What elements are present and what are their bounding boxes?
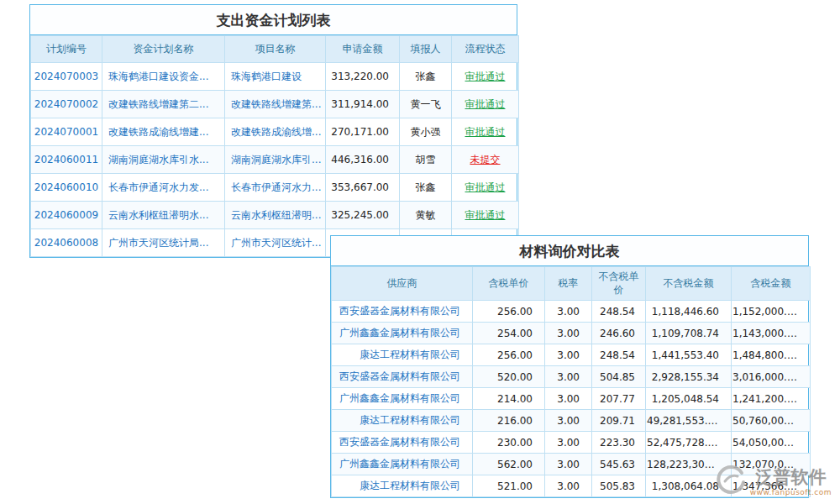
- amount-tax-cell: 50,760,000.00: [732, 410, 811, 432]
- project-name-cell[interactable]: 珠海鹤港口建设: [225, 63, 326, 91]
- tax-rate-cell: 3.00: [545, 432, 592, 454]
- supplier-cell[interactable]: 康达工程材料有限公司: [332, 475, 473, 497]
- plan-id-cell[interactable]: 2024070001: [31, 118, 102, 146]
- plan-table-row: 2024070001 改建铁路成渝线增建... 改建铁路成渝线增... 270,…: [31, 118, 519, 146]
- amount-no-tax-cell: 1,118,446.60: [646, 301, 732, 323]
- quote-table-row: 康达工程材料有限公司 256.00 3.00 248.54 1,441,553.…: [332, 344, 811, 366]
- price-tax-cell: 256.00: [473, 344, 545, 366]
- plan-id-cell[interactable]: 2024060010: [31, 174, 102, 202]
- amount-tax-cell: 1,484,800.00: [732, 344, 811, 366]
- plan-table-row: 2024070003 珠海鹤港口建设资金... 珠海鹤港口建设 313,220.…: [31, 63, 519, 91]
- plan-id-cell[interactable]: 2024070002: [31, 91, 102, 118]
- plan-col-header: 流程状态: [452, 36, 519, 63]
- plan-table: 计划编号资金计划名称项目名称申请金额填报人流程状态 2024070003 珠海鹤…: [30, 35, 519, 257]
- plan-table-header-row: 计划编号资金计划名称项目名称申请金额填报人流程状态: [31, 36, 519, 63]
- amount-tax-cell: 1,152,000.00: [732, 301, 811, 323]
- supplier-cell[interactable]: 广州鑫鑫金属材料有限公司: [332, 388, 473, 410]
- amount-tax-cell: 1,241,200.00: [732, 388, 811, 410]
- reporter-cell: 黄一飞: [400, 91, 452, 118]
- price-tax-cell: 562.00: [473, 454, 545, 475]
- price-tax-cell: 216.00: [473, 410, 545, 432]
- reporter-cell: 胡雪: [400, 146, 452, 174]
- project-name-cell[interactable]: 云南水利枢纽潜明...: [225, 202, 326, 229]
- plan-id-cell[interactable]: 2024060009: [31, 202, 102, 229]
- price-tax-cell: 520.00: [473, 366, 545, 388]
- amount-no-tax-cell: 52,475,728.16: [646, 432, 732, 454]
- plan-name-cell[interactable]: 改建铁路成渝线增建...: [102, 118, 225, 146]
- status-cell[interactable]: 审批通过: [452, 91, 519, 118]
- plan-table-card: 支出资金计划列表 计划编号资金计划名称项目名称申请金额填报人流程状态 20240…: [29, 4, 517, 258]
- amount-no-tax-cell: 2,928,155.34: [646, 366, 732, 388]
- price-tax-cell: 214.00: [473, 388, 545, 410]
- tax-rate-cell: 3.00: [545, 475, 592, 497]
- status-cell[interactable]: 审批通过: [452, 63, 519, 91]
- amount-tax-cell: 3,016,000.00: [732, 366, 811, 388]
- status-cell[interactable]: 未提交: [452, 146, 519, 174]
- plan-table-row: 2024060011 湖南洞庭湖水库引水... 湖南洞庭湖水库引... 446,…: [31, 146, 519, 174]
- plan-name-cell[interactable]: 湖南洞庭湖水库引水...: [102, 146, 225, 174]
- apply-amount-cell: 313,220.00: [326, 63, 400, 91]
- amount-tax-cell: 1,347,366.00: [732, 475, 811, 497]
- plan-col-header: 申请金额: [326, 36, 400, 63]
- project-name-cell[interactable]: 改建铁路线增建第...: [225, 91, 326, 118]
- supplier-cell[interactable]: 广州鑫鑫金属材料有限公司: [332, 454, 473, 475]
- tax-rate-cell: 3.00: [545, 410, 592, 432]
- plan-id-cell[interactable]: 2024060008: [31, 229, 102, 257]
- quote-col-header: 含税金额: [732, 267, 811, 301]
- plan-name-cell[interactable]: 云南水利枢纽潜明水...: [102, 202, 225, 229]
- amount-no-tax-cell: 1,205,048.54: [646, 388, 732, 410]
- amount-no-tax-cell: 1,109,708.74: [646, 323, 732, 344]
- apply-amount-cell: 353,667.00: [326, 174, 400, 202]
- quote-col-header: 不含税单价: [592, 267, 646, 301]
- amount-no-tax-cell: 128,223,300.97: [646, 454, 732, 475]
- quote-col-header: 含税单价: [473, 267, 545, 301]
- quote-table: 供应商含税单价税率不含税单价不含税金额含税金额 西安盛器金属材料有限公司 256…: [331, 266, 811, 497]
- plan-table-row: 2024070002 改建铁路线增建第二... 改建铁路线增建第... 311,…: [31, 91, 519, 118]
- reporter-cell: 张鑫: [400, 63, 452, 91]
- price-no-tax-cell: 248.54: [592, 344, 646, 366]
- price-no-tax-cell: 207.77: [592, 388, 646, 410]
- project-name-cell[interactable]: 湖南洞庭湖水库引...: [225, 146, 326, 174]
- plan-id-cell[interactable]: 2024060011: [31, 146, 102, 174]
- plan-name-cell[interactable]: 珠海鹤港口建设资金...: [102, 63, 225, 91]
- price-tax-cell: 230.00: [473, 432, 545, 454]
- project-name-cell[interactable]: 改建铁路成渝线增...: [225, 118, 326, 146]
- supplier-cell[interactable]: 西安盛器金属材料有限公司: [332, 366, 473, 388]
- amount-tax-cell: 54,050,000.00: [732, 432, 811, 454]
- reporter-cell: 张鑫: [400, 174, 452, 202]
- status-cell[interactable]: 审批通过: [452, 202, 519, 229]
- apply-amount-cell: 325,245.00: [326, 202, 400, 229]
- quote-col-header: 不含税金额: [646, 267, 732, 301]
- price-no-tax-cell: 545.63: [592, 454, 646, 475]
- amount-no-tax-cell: 1,441,553.40: [646, 344, 732, 366]
- plan-name-cell[interactable]: 改建铁路线增建第二...: [102, 91, 225, 118]
- quote-table-row: 广州鑫鑫金属材料有限公司 562.00 3.00 545.63 128,223,…: [332, 454, 811, 475]
- supplier-cell[interactable]: 康达工程材料有限公司: [332, 344, 473, 366]
- quote-col-header: 供应商: [332, 267, 473, 301]
- status-cell[interactable]: 审批通过: [452, 174, 519, 202]
- price-no-tax-cell: 246.60: [592, 323, 646, 344]
- project-name-cell[interactable]: 广州市天河区统计...: [225, 229, 326, 257]
- reporter-cell: 黄敏: [400, 202, 452, 229]
- plan-name-cell[interactable]: 长春市伊通河水力发...: [102, 174, 225, 202]
- plan-col-header: 填报人: [400, 36, 452, 63]
- status-cell[interactable]: 审批通过: [452, 118, 519, 146]
- quote-table-row: 广州鑫鑫金属材料有限公司 254.00 3.00 246.60 1,109,70…: [332, 323, 811, 344]
- quote-table-title: 材料询价对比表: [331, 236, 808, 266]
- quote-table-row: 西安盛器金属材料有限公司 520.00 3.00 504.85 2,928,15…: [332, 366, 811, 388]
- plan-col-header: 计划编号: [31, 36, 102, 63]
- tax-rate-cell: 3.00: [545, 301, 592, 323]
- tax-rate-cell: 3.00: [545, 454, 592, 475]
- supplier-cell[interactable]: 广州鑫鑫金属材料有限公司: [332, 323, 473, 344]
- plan-id-cell[interactable]: 2024070003: [31, 63, 102, 91]
- reporter-cell: 黄小强: [400, 118, 452, 146]
- supplier-cell[interactable]: 西安盛器金属材料有限公司: [332, 432, 473, 454]
- project-name-cell[interactable]: 长春市伊通河水力...: [225, 174, 326, 202]
- supplier-cell[interactable]: 西安盛器金属材料有限公司: [332, 301, 473, 323]
- quote-table-row: 西安盛器金属材料有限公司 256.00 3.00 248.54 1,118,44…: [332, 301, 811, 323]
- plan-table-row: 2024060010 长春市伊通河水力发... 长春市伊通河水力... 353,…: [31, 174, 519, 202]
- plan-name-cell[interactable]: 广州市天河区统计局...: [102, 229, 225, 257]
- quote-table-row: 西安盛器金属材料有限公司 230.00 3.00 223.30 52,475,7…: [332, 432, 811, 454]
- supplier-cell[interactable]: 康达工程材料有限公司: [332, 410, 473, 432]
- quote-table-row: 康达工程材料有限公司 521.00 3.00 505.83 1,308,064.…: [332, 475, 811, 497]
